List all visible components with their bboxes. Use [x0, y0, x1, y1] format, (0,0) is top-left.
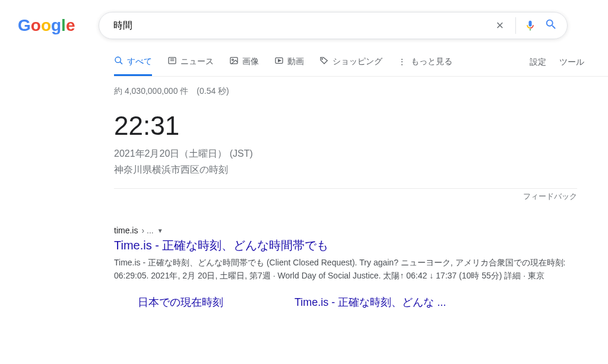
- tab-label: すべて: [127, 56, 152, 67]
- mic-icon[interactable]: [524, 18, 536, 33]
- google-logo[interactable]: Google: [18, 16, 75, 35]
- time-display: 22:31: [114, 111, 577, 141]
- svg-point-0: [115, 57, 121, 62]
- result-path: › ...: [141, 226, 153, 235]
- tab-label: 画像: [242, 56, 259, 67]
- tab-label: ショッピング: [332, 56, 382, 67]
- video-icon: [274, 56, 284, 67]
- tag-icon: [319, 56, 329, 67]
- settings-link[interactable]: 設定: [530, 57, 546, 68]
- search-icon: [114, 56, 124, 67]
- tab-images[interactable]: 画像: [229, 56, 259, 76]
- tab-videos[interactable]: 動画: [274, 56, 304, 76]
- search-box[interactable]: ×: [99, 12, 568, 39]
- related-link-1[interactable]: 日本での現在時刻: [138, 295, 223, 309]
- tab-more[interactable]: ⋮ もっと見る: [398, 56, 452, 76]
- result-stats: 約 4,030,000,000 件 (0.54 秒): [114, 86, 577, 97]
- tabs-bar: すべて ニュース 画像 動画 ショッピング ⋮: [114, 56, 608, 77]
- clear-icon[interactable]: ×: [493, 18, 508, 33]
- tab-label: ニュース: [180, 56, 214, 67]
- feedback-link[interactable]: フィードバック: [523, 192, 577, 201]
- time-date: 2021年2月20日（土曜日） (JST): [114, 148, 577, 160]
- related-link-2[interactable]: Time.is - 正確な時刻、どんな ...: [294, 295, 446, 309]
- chevron-down-icon[interactable]: ▼: [157, 227, 163, 234]
- svg-line-1: [120, 62, 122, 64]
- search-input[interactable]: [109, 20, 492, 31]
- result-domain[interactable]: time.is: [114, 226, 138, 235]
- time-location: 神奈川県横浜市西区の時刻: [114, 164, 577, 176]
- search-result: time.is › ... ▼ Time.is - 正確な時刻、どんな時間帯でも…: [114, 226, 577, 282]
- svg-point-9: [322, 59, 322, 59]
- tab-news[interactable]: ニュース: [167, 56, 214, 76]
- image-icon: [229, 56, 239, 67]
- tab-label: 動画: [287, 56, 304, 67]
- result-title[interactable]: Time.is - 正確な時刻、どんな時間帯でも: [114, 238, 577, 254]
- news-icon: [167, 56, 177, 67]
- tab-shopping[interactable]: ショッピング: [319, 56, 382, 76]
- tab-all[interactable]: すべて: [114, 56, 152, 76]
- tab-label: もっと見る: [411, 56, 452, 67]
- tools-link[interactable]: ツール: [559, 57, 584, 68]
- more-icon: ⋮: [398, 57, 407, 67]
- search-icon[interactable]: [544, 18, 558, 34]
- svg-marker-8: [278, 59, 281, 62]
- svg-point-6: [232, 59, 234, 61]
- divider: [515, 17, 516, 34]
- result-description: Time.is - 正確な時刻、どんな時間帯でも (Client Closed …: [114, 256, 577, 282]
